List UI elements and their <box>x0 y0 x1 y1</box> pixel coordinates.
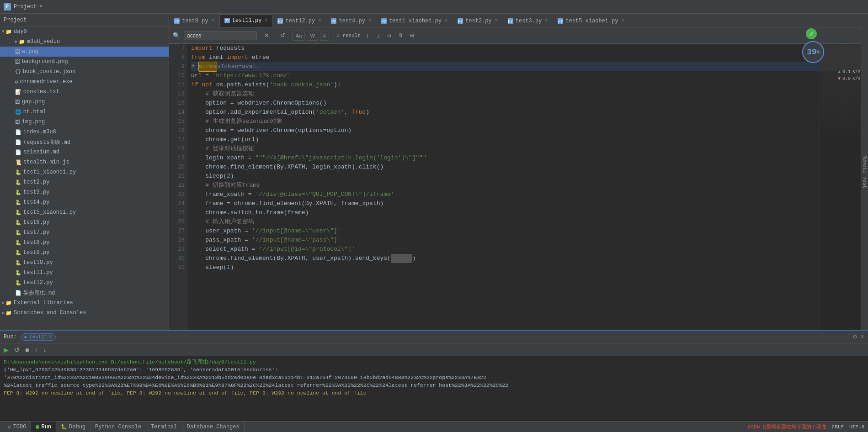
sidebar-item-yibu-md[interactable]: 📄异步爬虫.md <box>0 288 169 298</box>
tab-close-test11[interactable]: × <box>265 18 267 23</box>
tab-close-test8[interactable]: × <box>212 18 214 23</box>
tab-close-test4[interactable]: × <box>368 18 371 23</box>
close-run-file-button[interactable]: × <box>49 334 52 339</box>
code-token: login_xpath = <box>191 153 255 163</box>
code-lines[interactable]: import requestsfrom lxml import etree# a… <box>187 44 820 330</box>
tab-close-test5-xiaohei[interactable]: × <box>622 18 624 23</box>
tab-test11[interactable]: pytest11.py× <box>219 14 273 27</box>
search-input[interactable] <box>187 32 224 39</box>
sidebar-item-a-png[interactable]: 🖼a.png <box>0 47 169 57</box>
sidebar-item-book-cookie-json[interactable]: {}book_cookie.json <box>0 67 169 77</box>
sidebar-item-test9-py[interactable]: 🐍test9.py <box>0 248 169 258</box>
tree-item-icon: 🐍 <box>15 270 21 276</box>
sidebar-item-cookies-txt[interactable]: 📝cookies.txt <box>0 87 169 97</box>
sidebar-item-ht-html[interactable]: 🌐ht.html <box>0 107 169 117</box>
network-indicator: 39% <box>802 41 824 63</box>
search-input-wrapper[interactable] <box>184 31 257 40</box>
tree-item-icon: 🐍 <box>15 280 21 286</box>
sidebar-item-ext-libraries[interactable]: ▶📁External Libraries <box>0 298 169 308</box>
options-button[interactable]: ⊞ <box>408 32 416 39</box>
panel-gear-icon[interactable]: ⚙ <box>853 333 857 341</box>
sidebar-item-gap-png[interactable]: 🖼gap.png <box>0 97 169 107</box>
sidebar-item-test7-py[interactable]: 🐍test7.py <box>0 227 169 237</box>
sidebar-item-day9-folder[interactable]: ▼📁day9 <box>0 26 169 37</box>
sidebar-item-index-m3u8[interactable]: 📄index.m3u8 <box>0 127 169 137</box>
remote-host-panel[interactable]: Remote Host <box>861 14 868 330</box>
tab-test12[interactable]: pytest12.py× <box>272 14 326 27</box>
sidebar-item-stealth-min-js[interactable]: 📜stealth.min.js <box>0 157 169 167</box>
wrap-button[interactable]: ⇅ <box>397 32 405 39</box>
status-tab-run[interactable]: Run <box>31 421 56 432</box>
sidebar-item-test2-py[interactable]: 🐍test2.py <box>0 177 169 187</box>
scroll-up-button[interactable]: ↑ <box>32 345 39 354</box>
string-token: 'book_cookie.json' <box>270 80 334 90</box>
project-dropdown-icon[interactable]: ▼ <box>39 4 42 9</box>
sidebar-item-test6-py[interactable]: 🐍test6.py <box>0 217 169 227</box>
tree-item-label: test10.py <box>23 259 53 266</box>
terminal-label: Terminal <box>151 424 177 430</box>
tab-test8[interactable]: pytest8.py× <box>169 14 219 27</box>
sidebar-item-chromedriver-exe[interactable]: ⚙chromedriver.exe <box>0 77 169 87</box>
code-token: select_xpath = <box>191 245 259 254</box>
sidebar-item-test1-xiaohei-py[interactable]: 🐍test1_xiaohei.py <box>0 167 169 177</box>
tree-item-icon: 📁 <box>5 29 12 35</box>
tab-test5-xiaohei[interactable]: pytest5_xiaohei.py× <box>553 14 629 27</box>
sidebar-item-test8-py[interactable]: 🐍test8.py <box>0 237 169 248</box>
sidebar-item-test10-py[interactable]: 🐍test10.py <box>0 258 169 268</box>
code-token: requests <box>213 44 245 53</box>
tab-close-test1-xiaohei[interactable]: × <box>445 18 447 23</box>
scroll-down-button[interactable]: ↓ <box>41 345 48 354</box>
tab-test3[interactable]: pytest3.py× <box>503 14 553 27</box>
sidebar-item-requests-md[interactable]: 📄requests高级.md <box>0 137 169 147</box>
sidebar-item-m3u8-folder[interactable]: ▶📁m3u8_vedio <box>0 37 169 47</box>
run-file-chip[interactable]: ▶ test11 × <box>21 333 56 341</box>
terminal-output-text: %24latest_traffic_source_type%22%3A%22%E… <box>4 382 508 388</box>
tree-item-icon: 📄 <box>15 139 21 145</box>
code-line-30: chrome.find_element(By.XPATH, user_xpath… <box>191 254 820 263</box>
code-token: os.path.exists( <box>213 80 270 90</box>
upload-speed-unit: K/s <box>852 69 861 74</box>
status-tab-database[interactable]: Database Changes <box>182 421 245 432</box>
sidebar-item-background-png[interactable]: 🖼background.png <box>0 57 169 67</box>
panel-close-button[interactable]: × <box>861 333 864 341</box>
sidebar-item-test5-xiaohei-py[interactable]: 🐍test5_xiaohei.py <box>0 207 169 217</box>
clear-search-button[interactable]: ✕ <box>261 31 273 40</box>
tab-close-test2[interactable]: × <box>495 18 498 23</box>
line-num-14: 14 <box>172 108 185 117</box>
sidebar-tree[interactable]: ▼📁day9 ▶📁m3u8_vedio 🖼a.png 🖼background.p… <box>0 26 169 330</box>
run-play-button[interactable]: ▶ <box>2 345 11 354</box>
tab-test2[interactable]: pytest2.py× <box>453 14 503 27</box>
run-stop-button[interactable]: ■ <box>23 345 31 354</box>
status-tab-terminal[interactable]: Terminal <box>146 421 182 432</box>
keyword-token: not <box>202 80 212 90</box>
code-token: frame_xpath = <box>191 190 255 199</box>
refresh-search-button[interactable]: ↺ <box>277 31 289 40</box>
sidebar-item-img-png[interactable]: 🖼img.png <box>0 117 169 127</box>
status-tab-python-console[interactable]: Python Console <box>91 421 146 432</box>
sidebar-item-selenium-md[interactable]: 📄selenium.md <box>0 147 169 157</box>
case-sensitive-button[interactable]: Aa <box>293 31 305 41</box>
prev-result-button[interactable]: ↑ <box>364 31 371 40</box>
sidebar-item-scratches[interactable]: ▶📁Scratches and Consoles <box>0 308 169 318</box>
terminal-output[interactable]: D:\Anaconda\envs\xizhi\python.exe D:/pyt… <box>0 356 868 421</box>
tab-test4[interactable]: pytest4.py× <box>326 14 376 27</box>
status-tab-todo[interactable]: ☑ TODO <box>4 421 31 432</box>
number-token: 1 <box>227 263 230 272</box>
sidebar-item-test12-py[interactable]: 🐍test12.py <box>0 278 169 288</box>
code-token: , <box>344 108 351 117</box>
sidebar-item-test3-py[interactable]: 🐍test3.py <box>0 187 169 197</box>
search-bar: 🔍 ✕ ↺ Aa W # 1 result ↑ ↓ ⊡ ⇅ ⊞ <box>169 27 861 44</box>
string-token: """//a[@href=\"javascript:k.login('login… <box>255 153 426 163</box>
tab-close-test12[interactable]: × <box>318 18 321 23</box>
sidebar-item-test4-py[interactable]: 🐍test4.py <box>0 197 169 207</box>
next-result-button[interactable]: ↓ <box>375 31 382 40</box>
tab-close-test3[interactable]: × <box>545 18 548 23</box>
sidebar-item-test11-py[interactable]: 🐍test11.py <box>0 268 169 278</box>
run-reload-button[interactable]: ↺ <box>12 345 21 354</box>
filter-button[interactable]: ⊡ <box>385 32 393 39</box>
string-token: 'detach' <box>316 108 344 117</box>
status-tab-debug[interactable]: 🐛 Debug <box>56 421 91 432</box>
whole-word-button[interactable]: W <box>307 31 318 41</box>
regex-button[interactable]: # <box>320 31 329 41</box>
tab-test1-xiaohei[interactable]: pytest1_xiaohei.py× <box>376 14 453 27</box>
